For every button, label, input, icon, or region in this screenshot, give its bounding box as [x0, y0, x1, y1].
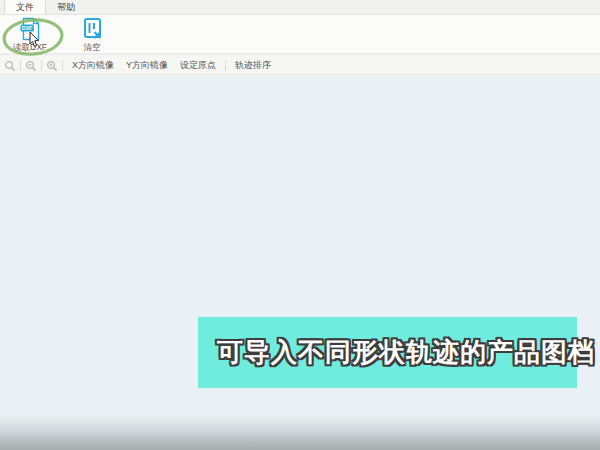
zoom-in-icon[interactable]	[45, 59, 59, 73]
caption-banner: 可导入不同形状轨迹的产品图档	[198, 317, 577, 388]
toolbar-divider	[225, 60, 226, 71]
toolbar-divider	[20, 60, 21, 71]
bottom-gradient-strip	[0, 416, 600, 450]
path-sort-button[interactable]: 轨迹排序	[229, 59, 277, 72]
ribbon-toolbar: DXF 读取DXF 清空	[0, 15, 600, 55]
read-dxf-label: 读取DXF	[13, 42, 47, 54]
toolbar-divider	[62, 60, 63, 71]
dxf-document-icon: DXF	[18, 17, 42, 41]
clear-button[interactable]: 清空	[67, 15, 117, 53]
read-dxf-button[interactable]: DXF 读取DXF	[5, 15, 55, 53]
set-origin-button[interactable]: 设定原点	[174, 59, 222, 72]
caption-text: 可导入不同形状轨迹的产品图档	[198, 335, 595, 370]
view-toolbar: X方向镜像 Y方向镜像 设定原点 轨迹排序	[0, 57, 600, 75]
menu-tab-file[interactable]: 文件	[4, 0, 46, 14]
zoom-icon[interactable]	[3, 59, 17, 73]
toolbar-divider	[41, 60, 42, 71]
clear-document-icon	[80, 17, 104, 41]
menu-bar: 文件 帮助	[0, 0, 600, 15]
mirror-y-button[interactable]: Y方向镜像	[120, 59, 174, 72]
zoom-out-icon[interactable]	[24, 59, 38, 73]
drawing-canvas[interactable]: 可导入不同形状轨迹的产品图档	[0, 76, 600, 450]
clear-label: 清空	[84, 42, 101, 54]
svg-text:DXF: DXF	[22, 25, 33, 31]
app-window: 文件 帮助 DXF 读取DXF	[0, 0, 600, 450]
menu-tab-help[interactable]: 帮助	[46, 0, 86, 14]
mirror-x-button[interactable]: X方向镜像	[66, 59, 120, 72]
